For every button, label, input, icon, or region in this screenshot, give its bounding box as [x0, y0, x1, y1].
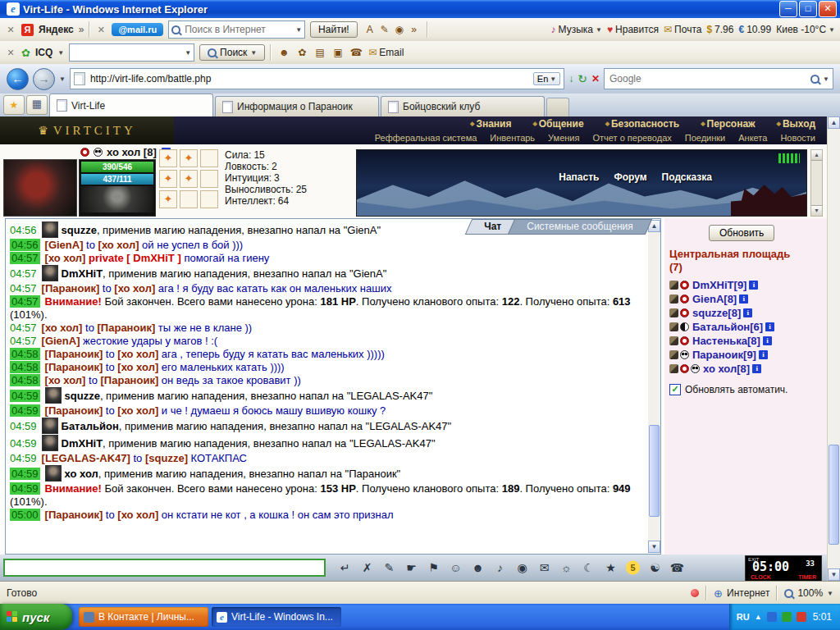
mailru-logo[interactable]: @mail.ru: [112, 23, 163, 36]
scroll-down-arrow[interactable]: ▼: [648, 541, 660, 553]
pen-icon[interactable]: ✎: [377, 24, 392, 35]
search-icon[interactable]: [810, 75, 819, 84]
info-icon[interactable]: [749, 281, 758, 290]
screenshot-icon[interactable]: ◉: [392, 24, 407, 35]
player-name[interactable]: хо хол: [703, 363, 737, 375]
info-icon[interactable]: [752, 364, 761, 373]
email-button[interactable]: ✉ Email: [368, 47, 404, 58]
scroll-up-arrow[interactable]: ▲: [811, 150, 822, 161]
panel-scrollbar[interactable]: ▲ ▼: [810, 149, 823, 217]
player-avatar-icon[interactable]: [42, 418, 58, 434]
smiley-icon[interactable]: ☺: [445, 558, 467, 578]
nav-item[interactable]: Отчет о переводах: [592, 133, 671, 143]
player-name[interactable]: squzze: [692, 307, 728, 319]
draw-icon[interactable]: ✎: [378, 558, 400, 578]
start-button[interactable]: пуск: [0, 604, 72, 630]
nav-item[interactable]: Новости: [780, 133, 815, 143]
scroll-up-arrow[interactable]: ▲: [828, 116, 840, 129]
player-avatar-icon[interactable]: [42, 221, 58, 238]
equipment-slot[interactable]: [180, 170, 198, 188]
game-logo[interactable]: ♛ VIRTCITY: [0, 116, 174, 144]
forum-link[interactable]: Форум: [614, 171, 646, 183]
tab-info-paranoik[interactable]: Информация о Параноик: [215, 96, 379, 116]
eur-rate[interactable]: € 10.99: [738, 24, 771, 35]
character-avatar[interactable]: [3, 159, 77, 217]
task-button[interactable]: В Контакте | Личны...: [79, 607, 208, 627]
refresh-button[interactable]: Обновить: [709, 225, 774, 241]
enter-icon[interactable]: ↵: [334, 558, 356, 578]
favorites-star-icon[interactable]: ★: [3, 95, 25, 115]
mail-button[interactable]: ✉ Почта: [664, 24, 701, 35]
equipment-slot[interactable]: [180, 149, 198, 167]
player-name[interactable]: Настенька: [692, 335, 747, 347]
mail-icon[interactable]: ✉: [533, 558, 555, 578]
icq-search-button[interactable]: Поиск ▼: [199, 44, 265, 61]
chevron-down-icon[interactable]: ▼: [57, 49, 64, 57]
close-toolbar-icon[interactable]: ✕: [5, 25, 16, 35]
quick-tabs-icon[interactable]: ▦: [26, 95, 48, 115]
history-dropdown-icon[interactable]: ▼: [59, 75, 66, 83]
nav-item[interactable]: Выход: [777, 118, 815, 130]
nav-item[interactable]: Поединки: [685, 133, 726, 143]
shield-icon[interactable]: ▣: [331, 47, 345, 58]
more-chevron-icon[interactable]: »: [407, 24, 422, 35]
refresh-icon[interactable]: ↻: [578, 72, 587, 85]
new-tab-stub[interactable]: [546, 98, 569, 116]
close-toolbar-icon[interactable]: ✕: [5, 48, 16, 58]
tab-fight-club[interactable]: Бойцовский клуб: [381, 96, 545, 116]
usd-rate[interactable]: $ 7.96: [706, 24, 733, 35]
nav-item[interactable]: Анкета: [738, 133, 767, 143]
target-icon[interactable]: ◉: [511, 558, 533, 578]
tray-shield-icon[interactable]: [782, 612, 792, 622]
zoom-control[interactable]: 100% ▼: [784, 587, 833, 599]
language-indicator[interactable]: RU: [737, 612, 750, 622]
info-icon[interactable]: [739, 294, 748, 304]
close-toolbar-icon[interactable]: ✕: [95, 25, 107, 35]
url-input[interactable]: [89, 72, 530, 85]
equipment-slot[interactable]: [180, 190, 198, 208]
font-color-icon[interactable]: A: [363, 24, 377, 35]
nav-item[interactable]: Безопасность: [605, 118, 680, 130]
scroll-thumb[interactable]: [829, 445, 839, 545]
close-button[interactable]: ✕: [819, 1, 837, 17]
sun-icon[interactable]: ☼: [555, 558, 578, 578]
nav-item[interactable]: Рефферальная система: [375, 133, 477, 143]
task-button[interactable]: Virt-Life - Windows In...: [212, 607, 341, 627]
info-icon[interactable]: [763, 336, 772, 345]
minimize-button[interactable]: ─: [779, 1, 797, 17]
info-icon[interactable]: [765, 322, 774, 331]
player-avatar-icon[interactable]: [45, 465, 62, 482]
point-icon[interactable]: ☛: [400, 558, 422, 578]
info-icon[interactable]: [759, 350, 768, 359]
yandex-label[interactable]: Яндекс: [39, 24, 74, 35]
music-icon[interactable]: ♪: [489, 558, 511, 578]
back-button[interactable]: ←: [7, 68, 29, 90]
gift-icon[interactable]: ✿: [294, 47, 309, 58]
equipment-slot[interactable]: [200, 170, 218, 188]
nav-item[interactable]: Общение: [532, 118, 583, 130]
phone-icon[interactable]: ☎: [349, 47, 363, 58]
equipment-slot[interactable]: [159, 170, 177, 188]
chevron-down-icon[interactable]: ▼: [295, 26, 302, 34]
browser-search-input[interactable]: [608, 72, 807, 85]
go-icon[interactable]: ↓: [568, 73, 573, 84]
chevron-down-icon[interactable]: ▼: [185, 49, 191, 57]
coin-icon[interactable]: 5: [622, 558, 644, 578]
nav-item[interactable]: Инвентарь: [490, 133, 535, 143]
stop-icon[interactable]: ✕: [591, 73, 600, 84]
nav-item[interactable]: Умения: [548, 133, 579, 143]
scroll-thumb[interactable]: [649, 425, 660, 517]
player-avatar-icon[interactable]: [42, 265, 58, 281]
moon-icon[interactable]: ☾: [578, 558, 600, 578]
clear-icon[interactable]: ✗: [356, 558, 378, 578]
tray-app-icon[interactable]: [767, 612, 777, 622]
equipment-slot[interactable]: [200, 149, 218, 167]
icq-search-input[interactable]: [72, 46, 182, 59]
hint-link[interactable]: Подсказка: [662, 171, 712, 183]
player-name[interactable]: DmXHiT: [692, 279, 734, 291]
chat-input[interactable]: [3, 559, 326, 577]
find-button[interactable]: Найти!: [310, 21, 358, 38]
language-switch-button[interactable]: En ▼: [533, 72, 560, 85]
player-name[interactable]: GienA: [692, 293, 724, 305]
info-icon[interactable]: [743, 308, 752, 317]
